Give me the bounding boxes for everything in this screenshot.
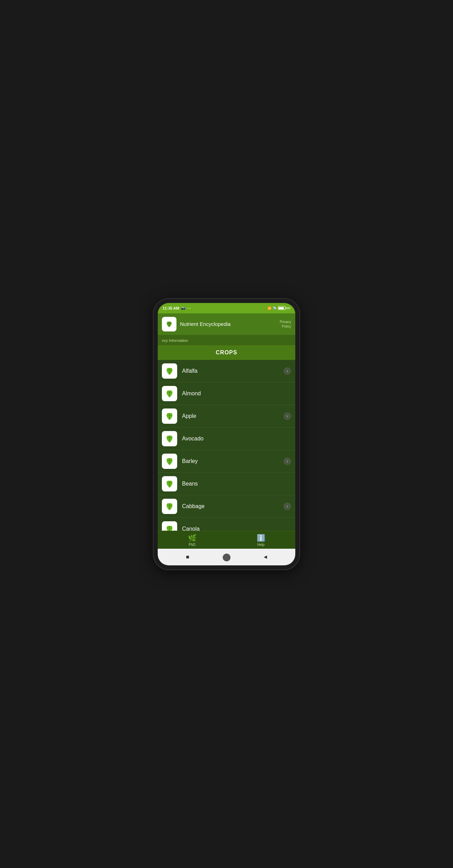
tab-phd-label: PhD [189, 543, 195, 547]
status-photo-icon: 📷 [181, 306, 185, 310]
list-item[interactable]: Beans [158, 473, 295, 495]
chevron-right-icon: › [283, 412, 291, 420]
back-icon: ◄ [263, 554, 268, 560]
crop-icon [162, 363, 177, 379]
list-item[interactable]: Apple › [158, 405, 295, 428]
crop-label: Canola [182, 526, 291, 531]
status-ellipsis: ··· [187, 306, 191, 310]
crops-title: CROPS [216, 349, 237, 355]
bottom-tabs: 🌿 PhD ℹ️ Help [158, 531, 295, 549]
crop-label: Cabbage [182, 503, 283, 509]
crop-icon [162, 521, 177, 531]
phone-device: 11:35 AM 📷 ··· 📶 📡 95 [154, 299, 299, 570]
help-icon: ℹ️ [257, 534, 265, 542]
crop-label: Avocado [182, 436, 291, 442]
crop-icon [162, 386, 177, 401]
app-header-left: Nutrient Encyclopedia [162, 317, 231, 331]
agency-bar: ncy Information [158, 335, 295, 345]
chevron-right-icon: › [283, 503, 291, 510]
tab-help-label: Help [257, 543, 265, 547]
app-logo-svg [164, 319, 174, 329]
stop-icon: ■ [186, 554, 189, 560]
crop-icon [162, 454, 177, 469]
list-item[interactable]: Cabbage › [158, 495, 295, 518]
crop-icon [162, 431, 177, 446]
status-time: 11:35 AM [163, 306, 179, 310]
battery-percent: 95 [287, 306, 290, 310]
app-header: Nutrient Encyclopedia Privacy Policy [158, 313, 295, 335]
home-icon: ⬤ [222, 553, 231, 562]
crop-label: Apple [182, 413, 283, 419]
privacy-policy-link[interactable]: Privacy Policy [280, 320, 291, 329]
battery-icon [278, 306, 286, 310]
list-item[interactable]: Avocado [158, 428, 295, 450]
chevron-right-icon: › [283, 367, 291, 375]
tab-phd[interactable]: 🌿 PhD [158, 531, 226, 549]
crop-icon [162, 499, 177, 514]
list-item[interactable]: Barley › [158, 450, 295, 473]
tab-help[interactable]: ℹ️ Help [226, 531, 295, 549]
battery-fill [279, 307, 283, 309]
crops-header: CROPS [158, 345, 295, 360]
list-item[interactable]: Canola [158, 518, 295, 531]
status-icons: 📶 📡 95 [267, 306, 290, 310]
crop-label: Beans [182, 481, 291, 487]
nav-home-button[interactable]: ⬤ [222, 552, 231, 562]
crop-icon [162, 476, 177, 491]
phd-icon: 🌿 [188, 534, 197, 542]
crop-icon [162, 408, 177, 424]
signal-icon: 📶 [267, 306, 271, 310]
crops-list: Alfalfa › Almond [158, 360, 295, 531]
agency-text: ncy Information [162, 338, 188, 343]
nav-bar: ■ ⬤ ◄ [158, 549, 295, 565]
list-item[interactable]: Almond [158, 382, 295, 405]
nav-stop-button[interactable]: ■ [183, 552, 192, 562]
app-logo [162, 317, 176, 331]
list-item[interactable]: Alfalfa › [158, 360, 295, 382]
chevron-right-icon: › [283, 457, 291, 465]
crop-label: Almond [182, 390, 291, 397]
status-bar: 11:35 AM 📷 ··· 📶 📡 95 [158, 303, 295, 313]
wifi-icon: 📡 [273, 306, 277, 310]
crop-label: Alfalfa [182, 368, 283, 374]
nav-back-button[interactable]: ◄ [261, 552, 270, 562]
app-title: Nutrient Encyclopedia [180, 321, 231, 327]
status-time-group: 11:35 AM 📷 ··· [163, 306, 191, 310]
crop-label: Barley [182, 458, 283, 464]
phone-screen: 11:35 AM 📷 ··· 📶 📡 95 [158, 303, 295, 565]
